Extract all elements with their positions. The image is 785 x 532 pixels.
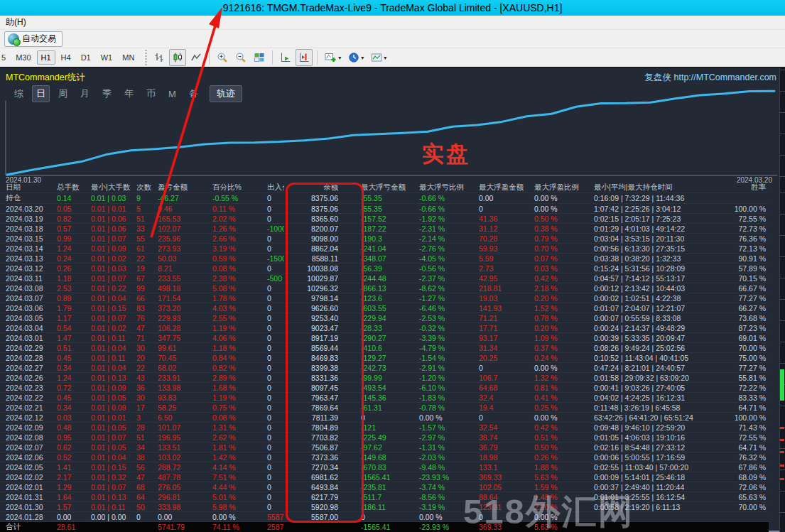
track-button[interactable]: 轨迹 xyxy=(210,85,242,102)
toolbar-grip[interactable] xyxy=(145,50,147,65)
table-row[interactable]: 2024.03.051.170.01 | 0.0776229.932.55 %0… xyxy=(0,313,769,323)
panel-tab-0[interactable]: 综 xyxy=(10,85,28,102)
timeframe-w1[interactable]: W1 xyxy=(97,50,117,65)
table-row[interactable]: 2024.03.082.530.01 | 0.2299498.185.08 %0… xyxy=(0,283,769,293)
table-row[interactable]: 2024.02.090.480.01 | 0.0528101.071.31 %0… xyxy=(0,423,769,433)
autotrade-icon xyxy=(8,33,19,45)
table-cell: -8.56 % xyxy=(413,492,469,502)
timeframe-5[interactable]: 5 xyxy=(0,50,10,65)
zoom-in-icon[interactable] xyxy=(214,49,231,66)
table-cell: 229.93 xyxy=(152,313,204,323)
table-cell: 0.59 % xyxy=(204,254,257,264)
table-row[interactable]: 2024.03.200.050.01 | 0.0159.460.11 %0837… xyxy=(0,204,769,214)
table-row[interactable]: 2024.01.280.000.00 | 0.0000.000.00 %5587… xyxy=(0,512,769,522)
table-row[interactable]: 2024.02.290.510.01 | 0.043099.611.18 %08… xyxy=(0,343,769,353)
indicators-icon[interactable]: ▾ xyxy=(322,49,344,66)
table-cell: 51 xyxy=(131,214,152,224)
table-row[interactable]: 2024.03.190.820.01 | 0.0651165.532.02 %0… xyxy=(0,214,769,224)
table-cell: 0.01 | 0.04 xyxy=(85,363,131,373)
table-row[interactable]: 2024.02.220.450.01 | 0.053093.831.19 %07… xyxy=(0,393,769,403)
table-cell: 1.42 % xyxy=(204,452,257,462)
open-position-row[interactable]: 持仓0.140.01 | 0.039-46.27-0.55 %08375.06-… xyxy=(0,193,769,204)
ohlc-bars-icon[interactable] xyxy=(151,49,168,66)
table-cell: 7963.47 xyxy=(284,393,355,403)
table-row[interactable]: 2024.02.261.240.01 | 0.1343233.912.89 %0… xyxy=(0,373,769,383)
table-row[interactable]: 2024.03.180.570.01 | 0.0633102.071.26 %-… xyxy=(0,224,769,234)
table-cell: 0:47:24 | 8:21:01 | 24:40:57 xyxy=(585,363,725,373)
candlesticks-icon[interactable] xyxy=(169,49,186,66)
table-row[interactable]: 2024.02.210.340.01 | 0.091758.250.75 %07… xyxy=(0,403,769,413)
table-row[interactable]: 2024.01.301.570.01 | 0.1150333.985.98 %0… xyxy=(0,502,769,512)
table-cell: 71.21 xyxy=(469,313,529,323)
table-row[interactable]: 2024.02.230.720.01 | 0.0936133.981.68 %0… xyxy=(0,383,769,393)
table-cell: 333.98 xyxy=(152,502,204,512)
table-row[interactable]: 2024.03.061.790.01 | 0.1583373.204.03 %0… xyxy=(0,303,769,313)
panel-tab-1[interactable]: 日 xyxy=(32,85,50,102)
table-row[interactable]: 2024.03.011.470.01 | 0.1171347.754.06 %0… xyxy=(0,333,769,343)
table-row[interactable]: 2024.01.311.640.01 | 0.1364296.815.01 %0… xyxy=(0,492,769,502)
table-cell: -511.7 xyxy=(355,492,413,502)
table-cell: 20 xyxy=(131,353,152,363)
table-cell: 2024.02.26 xyxy=(0,373,51,383)
table-row[interactable]: 2024.03.120.260.01 | 0.03198.210.08 %010… xyxy=(0,264,769,273)
table-cell: 0.01 | 0.02 xyxy=(85,254,131,264)
title-bar[interactable]: 9121616: TMGM.TradeMax-Live9 - TradeMax … xyxy=(0,0,785,16)
panel-tab-6[interactable]: 币 xyxy=(142,85,160,102)
periods-icon[interactable]: ▾ xyxy=(345,49,367,66)
panel-tab-8[interactable]: 备 xyxy=(185,85,202,102)
table-row[interactable]: 2024.03.040.540.01 | 0.0247106.281.19 %0… xyxy=(0,323,769,333)
table-cell: 0.00 xyxy=(51,512,85,522)
table-row[interactable]: 2024.03.070.890.01 | 0.0466171.541.78 %0… xyxy=(0,293,769,303)
timeframe-h4[interactable]: H4 xyxy=(57,50,75,65)
table-row[interactable]: 2024.02.280.450.01 | 0.112070.450.84 %08… xyxy=(0,353,769,363)
panel-tab-4[interactable]: 季 xyxy=(98,85,116,102)
panel-tab-7[interactable]: M xyxy=(164,87,180,102)
table-row[interactable]: 2024.02.051.410.01 | 0.1556288.724.14 %0… xyxy=(0,462,769,472)
price-scale-strip[interactable] xyxy=(779,68,785,532)
panel-tab-3[interactable]: 月 xyxy=(76,85,94,102)
zoom-out-icon[interactable] xyxy=(232,49,249,66)
table-row[interactable]: 2024.03.130.240.01 | 0.022250.030.59 %-1… xyxy=(0,254,769,264)
table-row[interactable]: 2024.03.111.180.01 | 0.0767233.552.38 %-… xyxy=(0,273,769,283)
column-header: 总手数 xyxy=(51,183,85,193)
tile-windows-icon[interactable] xyxy=(251,49,268,66)
table-row[interactable]: 2024.02.011.290.01 | 0.0768276.054.44 %0… xyxy=(0,482,769,492)
panel-tab-2[interactable]: 周 xyxy=(54,85,72,102)
table-cell: 0.52 xyxy=(51,452,85,462)
table-cell: 34 xyxy=(131,443,152,452)
mtcommander-link[interactable]: 复盘侠 http://MTCommander.com xyxy=(645,72,776,84)
autotrade-button[interactable]: 自动交易 xyxy=(4,31,63,47)
table-cell: 9253.40 xyxy=(284,313,355,323)
timeframe-mn[interactable]: MN xyxy=(118,50,139,65)
table-cell: 8399.38 xyxy=(284,363,355,373)
table-cell: -0.56 % xyxy=(413,264,469,273)
table-row[interactable]: 2024.02.270.340.01 | 0.042268.020.82 %08… xyxy=(0,363,769,373)
table-cell: 2024.02.07 xyxy=(0,443,51,452)
timeframe-m30[interactable]: M30 xyxy=(11,50,35,65)
timeframe-h1[interactable]: H1 xyxy=(37,50,55,65)
table-cell: 3 xyxy=(131,413,152,423)
timeframe-d1[interactable]: D1 xyxy=(77,50,95,65)
table-cell: 0 xyxy=(355,413,413,423)
table-cell xyxy=(725,193,769,204)
line-chart-icon[interactable] xyxy=(188,49,205,66)
table-row[interactable]: 2024.02.080.950.01 | 0.0751196.952.62 %0… xyxy=(0,433,769,443)
templates-icon[interactable]: ▾ xyxy=(368,49,389,66)
table-cell: 0.81 % xyxy=(529,383,585,393)
table-row[interactable]: 2024.02.022.170.01 | 0.3247487.787.51 %0… xyxy=(0,472,769,482)
table-row[interactable]: 2024.03.141.240.01 | 0.0961273.933.19 %0… xyxy=(0,244,769,254)
chart-shift-icon[interactable] xyxy=(296,49,313,66)
auto-scroll-icon[interactable] xyxy=(277,49,294,66)
table-row[interactable]: 2024.02.060.520.01 | 0.0438103.021.42 %0… xyxy=(0,452,769,462)
panel-tab-5[interactable]: 年 xyxy=(120,85,138,102)
table-row[interactable]: 2024.02.120.030.01 | 0.0136.500.08 %0781… xyxy=(0,413,769,423)
table-row[interactable]: 2024.02.070.620.01 | 0.0534133.511.81 %0… xyxy=(0,443,769,452)
table-cell: 0.01 | 0.04 xyxy=(85,452,131,462)
table-cell: -244.48 xyxy=(355,273,413,283)
table-cell: 288.72 xyxy=(152,462,204,472)
total-row[interactable]: 合计28.615741.7974.11 %2587-1565.41-23.93 … xyxy=(0,522,769,532)
menu-item-help[interactable]: 助(H) xyxy=(2,16,30,29)
table-cell: -1.20 % xyxy=(413,373,469,383)
table-row[interactable]: 2024.03.150.990.01 | 0.0755235.962.66 %0… xyxy=(0,234,769,244)
table-cell: -290.27 xyxy=(355,333,413,343)
